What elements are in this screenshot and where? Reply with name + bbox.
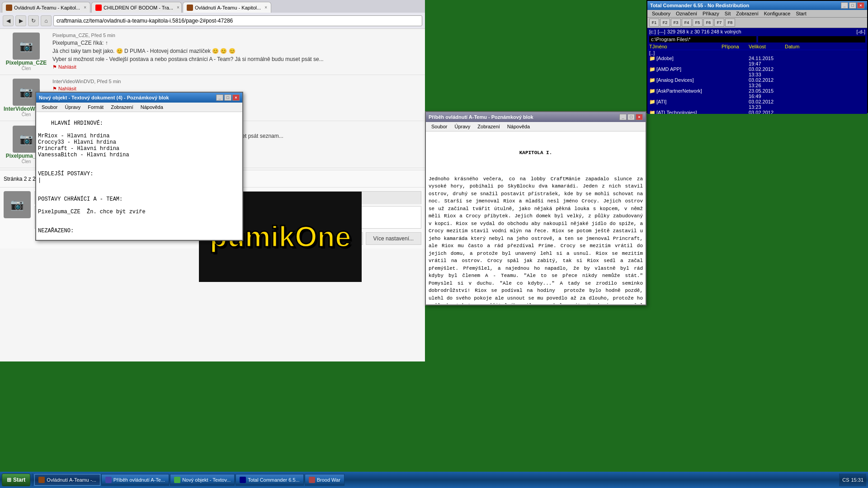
post-text-1a: Pixelpuma_CZE říká: ↑ <box>52 40 421 46</box>
tc-maximize-button[interactable]: □ <box>849 2 856 9</box>
start-button[interactable]: ⊞ Start <box>2 474 30 486</box>
more-settings-button[interactable]: Více nastavení... <box>366 232 421 245</box>
notepad-chars-close[interactable]: × <box>232 94 240 101</box>
tc-col-date: Datum <box>785 44 839 49</box>
tc-drive-bar: [c:] [---] 329 268 k z 30 716 248 k voln… <box>647 28 867 35</box>
tc-row[interactable]: 📁[Adobe]24.11.2015 19:47 <box>647 56 867 66</box>
post-user-2: InterVideoWinDVD <box>52 79 94 84</box>
page-prefix: Stránka 2 z 2 <box>4 176 36 182</box>
tc-btn-5[interactable]: F5 <box>693 19 703 27</box>
tab-close-craft2[interactable]: × <box>264 5 267 10</box>
tc-row[interactable]: 📁[ATI]03.02.2012 13:23 <box>647 99 867 110</box>
taskbar-right: CS 15:31 <box>839 474 866 486</box>
tab-label-craft1: Ovládnutí A-Teamu - Kapitol... <box>14 5 80 10</box>
tc-row[interactable]: [..] <box>647 50 867 56</box>
tab-close-craft1[interactable]: × <box>84 5 86 10</box>
tc-btn-1[interactable]: F1 <box>649 19 659 27</box>
forward-button[interactable]: ▶ <box>15 15 26 26</box>
notepad-story-close[interactable]: × <box>636 114 643 120</box>
address-bar[interactable] <box>53 15 422 26</box>
browser-tabs: Ovládnutí A-Teamu - Kapitol... × CHILDRE… <box>0 0 425 13</box>
tab-favicon-youtube <box>95 5 102 11</box>
tab-youtube[interactable]: CHILDREN OF BODOM - Tra... × <box>91 2 182 13</box>
notepad-chars-minimize[interactable]: _ <box>216 94 223 101</box>
sys-time: 15:31 <box>851 477 863 483</box>
report-link-1[interactable]: ⚑ Nahlásit <box>52 64 76 70</box>
taskbar-label-tc: Total Commander 6.5... <box>248 477 299 483</box>
tc-row[interactable]: 📁[ATI Technologies]03.02.2012 13:24 <box>647 110 867 114</box>
tc-right-drive: [-d-] <box>856 29 865 34</box>
notepad-story-menubar: Soubor Úpravy Zobrazení Nápověda <box>426 122 646 131</box>
chars-menu-napoveda[interactable]: Nápověda <box>137 103 167 111</box>
tc-path-left: c:\Program Files\* <box>649 36 756 42</box>
notepad-story-maximize[interactable]: □ <box>627 114 635 120</box>
sys-lang: CS <box>842 477 849 483</box>
notepad-story-controls: _ □ × <box>619 114 643 120</box>
notepad-chars-maximize[interactable]: □ <box>224 94 231 101</box>
story-menu-zobrazeni[interactable]: Zobrazení <box>474 123 504 130</box>
story-menu-napoveda[interactable]: Nápověda <box>504 123 533 130</box>
taskbar-label-brood: Brood War <box>317 477 340 483</box>
tc-minimize-button[interactable]: _ <box>841 2 848 9</box>
tc-menu-zobrazeni[interactable]: Zobrazení <box>733 10 761 17</box>
post-item-1: 📷 Pixelpuma_CZE Člen Pixelpuma_CZE, Před… <box>0 29 425 75</box>
tc-col-size: Velikost <box>749 44 785 49</box>
tc-menu-oznaceni[interactable]: Označení <box>673 10 700 17</box>
tc-file-panel: TJméno Přípona Velikost Datum [..]📁[Adob… <box>647 43 867 114</box>
tc-btn-8[interactable]: F8 <box>725 19 735 27</box>
tc-btn-2[interactable]: F2 <box>660 19 670 27</box>
tc-btn-6[interactable]: F6 <box>703 19 713 27</box>
tc-menu-konfigurace[interactable]: Konfigurace <box>761 10 793 17</box>
chars-menu-soubor[interactable]: Soubor <box>38 103 61 111</box>
tc-drive: [c:] <box>649 29 656 34</box>
taskbar-separator <box>32 474 33 486</box>
chars-menu-zobrazeni[interactable]: Zobrazení <box>107 103 137 111</box>
post-time-1: Pixelpuma_CZE, Před 5 min <box>52 33 421 38</box>
tc-drive-spacer: [---] <box>658 29 665 34</box>
tc-close-button[interactable]: × <box>857 2 864 9</box>
taskbar-item-brood[interactable]: Brood War <box>305 474 344 486</box>
back-button[interactable]: ◀ <box>3 15 14 26</box>
tab-craft1[interactable]: Ovládnutí A-Teamu - Kapitol... × <box>2 2 90 13</box>
taskbar-item-story[interactable]: Příběh ovládnutí A-Te... <box>101 474 169 486</box>
home-button[interactable]: ⌂ <box>41 15 52 26</box>
taskbar-item-new[interactable]: Nový objekt - Textov... <box>170 474 235 486</box>
taskbar-item-tc[interactable]: Total Commander 6.5... <box>236 474 303 486</box>
tc-menubar: Soubory Označení Příkazy Sít Zobrazení K… <box>647 10 867 18</box>
notepad-chars-title: Nový objekt - Textový dokument (4) - Poz… <box>39 95 169 100</box>
sys-tray: CS 15:31 <box>839 474 866 486</box>
notepad-story-minimize[interactable]: _ <box>619 114 627 120</box>
tc-row[interactable]: 📁[AskPartnerNetwork]23.05.2015 16:49 <box>647 88 867 99</box>
tc-btn-7[interactable]: F7 <box>714 19 724 27</box>
post-left-1: 📷 Pixelpuma_CZE Člen <box>4 33 49 71</box>
report-link-2[interactable]: ⚑ Nahlásit <box>52 86 76 92</box>
tc-menu-start[interactable]: Start <box>793 10 809 17</box>
tc-menu-prikazy[interactable]: Příkazy <box>700 10 722 17</box>
tab-label-youtube: CHILDREN OF BODOM - Tra... <box>104 5 173 10</box>
notepad-chars-controls: _ □ × <box>216 94 240 101</box>
tc-menu-sit[interactable]: Sít <box>722 10 733 17</box>
browser-toolbar: ◀ ▶ ↻ ⌂ <box>0 13 425 29</box>
tc-menu-soubory[interactable]: Soubory <box>649 10 673 17</box>
chars-menu-format[interactable]: Formát <box>84 103 107 111</box>
tc-window-controls: _ □ × <box>841 2 864 9</box>
story-menu-soubor[interactable]: Soubor <box>428 123 451 130</box>
notepad-chars-content[interactable]: HLAVNÍ HRDINOVÉ: MrRiox - Hlavní hrdina … <box>36 112 242 239</box>
username-1: Pixelpuma_CZE <box>4 60 49 66</box>
notepad-chars-window: Nový objekt - Textový dokument (4) - Poz… <box>35 92 243 241</box>
story-menu-upravy[interactable]: Úpravy <box>451 123 474 130</box>
tc-row[interactable]: 📁[Analog Devices]03.02.2012 13:26 <box>647 77 867 88</box>
tc-btn-3[interactable]: F3 <box>671 19 681 27</box>
taskbar-icon-new <box>174 477 180 483</box>
notepad-story-content[interactable]: KAPITOLA I. Jednoho krásného večera, co … <box>426 131 646 304</box>
reload-button[interactable]: ↻ <box>28 15 39 26</box>
tab-close-youtube[interactable]: × <box>177 5 179 10</box>
taskbar-item-craft[interactable]: Ovládnutí A-Teamu -... <box>34 474 100 486</box>
chars-menu-upravy[interactable]: Úpravy <box>61 103 84 111</box>
tc-btn-4[interactable]: F4 <box>682 19 692 27</box>
tc-row[interactable]: 📁[AMD APP]03.02.2012 13:33 <box>647 66 867 77</box>
taskbar-label-new: Nový objekt - Textov... <box>182 477 231 483</box>
post-user-1: Pixelpuma_CZE <box>52 33 88 38</box>
total-commander-window: Total Commander 6.55 - No Redistribution… <box>646 0 868 113</box>
tab-craft2[interactable]: Ovládnutí A-Teamu - Kapitol... × <box>183 2 271 13</box>
